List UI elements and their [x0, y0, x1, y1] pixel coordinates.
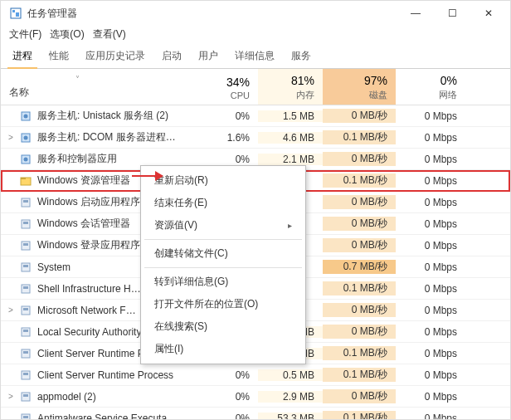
- header-disk[interactable]: 97% 磁盘: [323, 69, 396, 105]
- context-item-label: 结束任务(E): [154, 196, 207, 210]
- process-name: 服务主机: DCOM 服务器进程…: [37, 130, 176, 144]
- sort-indicator: ˅: [9, 75, 80, 84]
- tab-6[interactable]: 服务: [283, 45, 319, 68]
- svg-rect-10: [21, 178, 26, 179]
- context-item[interactable]: 结束任务(E): [141, 192, 305, 214]
- process-name: Windows 资源管理器: [37, 173, 130, 188]
- process-name-cell: Client Server Runtime Process: [1, 369, 198, 382]
- process-row[interactable]: Client Server Runtime Process0%0.5 MB0.1…: [1, 364, 510, 386]
- minimize-button[interactable]: —: [397, 2, 434, 25]
- explorer-icon: [19, 174, 32, 188]
- header-cpu-pct: 34%: [226, 76, 250, 89]
- svg-rect-12: [23, 200, 28, 203]
- process-name-cell: 服务和控制器应用: [1, 152, 198, 166]
- svg-rect-32: [23, 416, 28, 418]
- network-cell: 0 Mbps: [396, 326, 465, 338]
- app-icon: [19, 325, 32, 339]
- header-disk-label: 磁盘: [369, 89, 387, 101]
- disk-cell: 0 MB/秒: [323, 389, 396, 403]
- disk-cell: 0.1 MB/秒: [323, 173, 396, 188]
- process-name: System: [37, 261, 71, 273]
- app-icon: [19, 239, 32, 252]
- network-cell: 0 Mbps: [396, 218, 465, 230]
- context-item-label: 重新启动(R): [154, 173, 208, 188]
- context-item[interactable]: 属性(I): [141, 338, 305, 360]
- process-row[interactable]: Antimalware Service Executa…0%53.3 MB0.1…: [1, 408, 510, 420]
- app-icon: [19, 347, 32, 360]
- menu-view[interactable]: 查看(V): [93, 27, 126, 42]
- submenu-arrow-icon: ▸: [288, 221, 292, 230]
- tab-1[interactable]: 性能: [41, 45, 77, 68]
- svg-rect-16: [23, 243, 28, 246]
- cpu-cell: 0%: [198, 391, 258, 403]
- network-cell: 0 Mbps: [396, 240, 465, 252]
- context-item[interactable]: 重新启动(R): [141, 169, 305, 192]
- svg-point-8: [24, 157, 28, 161]
- cpu-cell: 0%: [198, 154, 258, 165]
- context-item[interactable]: 转到详细信息(G): [141, 271, 305, 293]
- network-cell: 0 Mbps: [396, 110, 465, 122]
- tab-5[interactable]: 详细信息: [226, 45, 283, 68]
- context-item[interactable]: 打开文件所在的位置(O): [141, 293, 305, 315]
- expand-toggle[interactable]: >: [6, 305, 16, 315]
- titlebar: 任务管理器 — ☐ ✕: [1, 1, 510, 26]
- context-item[interactable]: 在线搜索(S): [141, 315, 305, 338]
- expand-toggle[interactable]: >: [6, 392, 16, 401]
- process-row[interactable]: 服务主机: Unistack 服务组 (2)0%1.5 MB0 MB/秒0 Mb…: [1, 105, 510, 127]
- disk-cell: 0 MB/秒: [323, 238, 396, 252]
- memory-cell: 2.1 MB: [258, 154, 323, 165]
- network-cell: 0 Mbps: [396, 175, 465, 187]
- app-icon: [19, 390, 32, 403]
- header-memory[interactable]: 81% 内存: [258, 69, 323, 105]
- svg-rect-20: [23, 286, 28, 289]
- tab-4[interactable]: 用户: [190, 45, 226, 68]
- network-cell: 0 Mbps: [396, 154, 465, 165]
- process-row[interactable]: >服务主机: DCOM 服务器进程…1.6%4.6 MB0.1 MB/秒0 Mb…: [1, 127, 510, 149]
- process-name-cell: Antimalware Service Executa…: [1, 412, 198, 421]
- network-cell: 0 Mbps: [396, 369, 465, 381]
- process-name: Windows 登录应用程序: [37, 238, 140, 252]
- header-name[interactable]: ˅ 名称: [1, 69, 198, 105]
- cpu-cell: 0%: [198, 110, 258, 122]
- process-name: Antimalware Service Executa…: [37, 413, 177, 421]
- svg-rect-2: [16, 12, 19, 17]
- expand-toggle[interactable]: >: [6, 133, 16, 142]
- network-cell: 0 Mbps: [396, 132, 465, 144]
- tab-0[interactable]: 进程: [4, 45, 41, 68]
- process-name: appmodel (2): [37, 391, 96, 403]
- header-cpu-label: CPU: [231, 90, 250, 100]
- context-separator: [144, 239, 302, 240]
- menu-file[interactable]: 文件(F): [9, 27, 41, 42]
- process-row[interactable]: >appmodel (2)0%2.9 MB0 MB/秒0 Mbps: [1, 386, 510, 408]
- app-icon: [9, 7, 22, 20]
- disk-cell: 0 MB/秒: [323, 303, 396, 317]
- header-mem-pct: 81%: [291, 74, 314, 87]
- context-item[interactable]: 资源值(V)▸: [141, 214, 305, 237]
- menu-options[interactable]: 选项(O): [50, 27, 84, 42]
- network-cell: 0 Mbps: [396, 391, 465, 403]
- tab-strip: 进程性能应用历史记录启动用户详细信息服务: [1, 45, 510, 69]
- service-icon: [19, 110, 32, 123]
- header-cpu[interactable]: 34% CPU: [198, 69, 258, 105]
- tab-3[interactable]: 启动: [153, 45, 190, 68]
- context-menu: 重新启动(R)结束任务(E)资源值(V)▸创建转储文件(C)转到详细信息(G)打…: [140, 165, 306, 364]
- memory-cell: 53.3 MB: [258, 413, 323, 421]
- close-button[interactable]: ✕: [470, 2, 507, 25]
- header-network[interactable]: 0% 网络: [396, 69, 465, 105]
- process-name: Microsoft Network F…: [37, 305, 136, 316]
- context-item-label: 创建转储文件(C): [154, 247, 228, 261]
- service-icon: [19, 131, 32, 144]
- disk-cell: 0 MB/秒: [323, 325, 396, 339]
- maximize-button[interactable]: ☐: [434, 2, 470, 25]
- process-name: 服务主机: Unistack 服务组 (2): [37, 109, 168, 123]
- window-title: 任务管理器: [27, 7, 397, 21]
- context-item[interactable]: 创建转储文件(C): [141, 242, 305, 265]
- memory-cell: 0.5 MB: [258, 369, 323, 381]
- svg-rect-30: [23, 394, 28, 397]
- disk-cell: 0.1 MB/秒: [323, 130, 396, 144]
- header-disk-pct: 97%: [364, 74, 387, 87]
- app-icon: [19, 282, 32, 295]
- context-item-label: 资源值(V): [154, 218, 197, 232]
- disk-cell: 0.1 MB/秒: [323, 281, 396, 295]
- tab-2[interactable]: 应用历史记录: [77, 45, 153, 68]
